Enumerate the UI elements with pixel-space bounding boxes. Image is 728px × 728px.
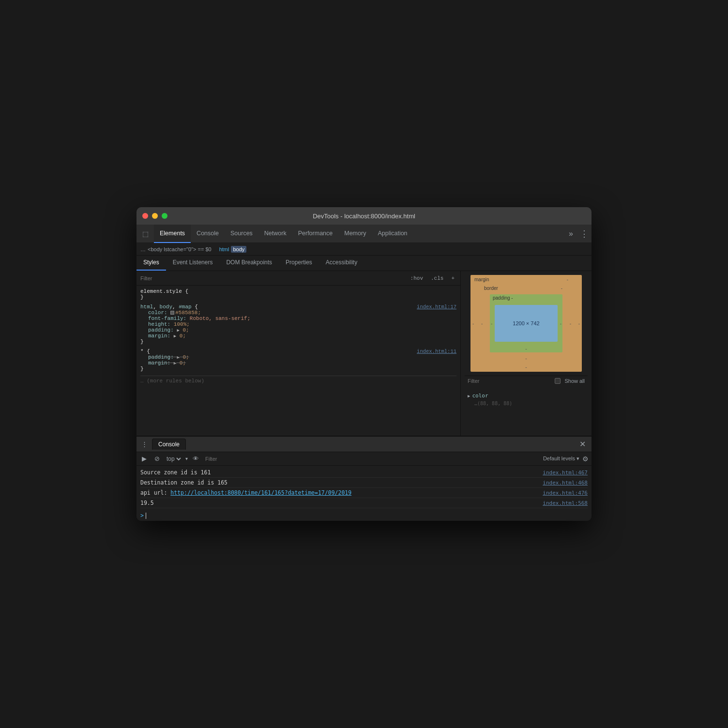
console-drawer-tab[interactable]: Console <box>152 439 186 450</box>
context-selector[interactable]: top <box>165 455 182 463</box>
padding-label: padding - <box>493 295 513 301</box>
console-cursor <box>146 513 146 519</box>
tab-network[interactable]: Network <box>258 225 292 243</box>
box-content-layer: 1200 × 742 <box>495 305 558 342</box>
subtab-properties[interactable]: Properties <box>279 255 319 271</box>
log-row: Source zone id is 161 index.html:467 <box>140 468 588 478</box>
console-gear-button[interactable]: ⚙ <box>582 455 589 463</box>
context-dropdown-arrow: ▾ <box>185 456 188 461</box>
content-area: :hov .cls + element.style { } index.html… <box>136 271 592 436</box>
console-toolbar: ▶ ⊘ top ▾ 👁 Default levels ▾ ⚙ <box>136 452 592 466</box>
breadcrumb: … <body lstcache="0"> == $0 html body <box>136 243 592 256</box>
computed-filter-input[interactable] <box>468 378 551 384</box>
padding-right-value: - <box>560 321 561 326</box>
tab-memory[interactable]: Memory <box>338 225 372 243</box>
rule-close-brace: } <box>140 339 144 345</box>
drawer-menu-icon[interactable]: ⋮ <box>138 439 150 450</box>
rule-star: index.html:11 * { padding: ▶ 0; margin: … <box>140 349 456 372</box>
cls-button[interactable]: .cls <box>429 274 445 282</box>
color-swatch[interactable] <box>170 311 174 315</box>
console-log-area: Source zone id is 161 index.html:467 Des… <box>136 466 592 510</box>
traffic-lights <box>142 213 167 219</box>
expand-arrow[interactable]: ▶ <box>177 328 179 333</box>
minimize-button[interactable] <box>152 213 158 219</box>
border-label: border <box>484 286 498 291</box>
tab-sources[interactable]: Sources <box>225 225 258 243</box>
subtab-dom-breakpoints[interactable]: DOM Breakpoints <box>219 255 279 271</box>
subtab-event-listeners[interactable]: Event Listeners <box>166 255 220 271</box>
subtab-accessibility[interactable]: Accessibility <box>319 255 364 271</box>
styles-panel: :hov .cls + element.style { } index.html… <box>136 271 461 436</box>
rule-close-brace: } <box>140 294 144 300</box>
levels-selector[interactable]: Default levels ▾ <box>543 455 579 462</box>
tab-application[interactable]: Application <box>372 225 413 243</box>
devtools-window: DevTools - localhost:8000/index.html ⬚ E… <box>136 207 592 521</box>
breadcrumb-selected[interactable]: body <box>231 246 246 253</box>
rule-html-body-map: index.html:17 html, body, #map { color: … <box>140 304 456 345</box>
add-style-button[interactable]: + <box>449 274 456 282</box>
log-message: api url: http://localhost:8080/time/161/… <box>140 489 537 496</box>
box-model-visual: margin - - - - border - - - - padding - <box>470 275 582 372</box>
border-right-value: - <box>570 321 571 326</box>
console-prompt: > <box>136 510 592 521</box>
console-drawer: ⋮ Console ✕ ▶ ⊘ top ▾ 👁 Default levels ▾… <box>136 436 592 521</box>
rule-source-link[interactable]: index.html:17 <box>417 304 456 310</box>
rule-selector: html, body, #map { <box>140 304 198 310</box>
show-all-label: Show all <box>564 378 585 384</box>
close-button[interactable] <box>142 213 148 219</box>
breadcrumb-body-tag: <body lstcache="0"> == $0 <box>148 246 212 252</box>
cursor-tool-button[interactable]: ⬚ <box>138 227 152 241</box>
margin-bottom-value: - <box>525 364 527 370</box>
styles-filter-buttons: :hov .cls + <box>409 274 456 282</box>
more-rules-hint: … (more rules below) <box>140 376 456 384</box>
log-row: Destination zone id is 165 index.html:46… <box>140 478 588 488</box>
box-model-panel: margin - - - - border - - - - padding - <box>461 271 592 436</box>
log-message: Source zone id is 161 <box>140 469 537 476</box>
subtab-styles[interactable]: Styles <box>136 255 166 271</box>
log-row: api url: http://localhost:8080/time/161/… <box>140 488 588 498</box>
api-url-link[interactable]: http://localhost:8080/time/161/165?datet… <box>170 489 351 496</box>
log-message: Destination zone id is 165 <box>140 479 537 486</box>
rule-selector: * { <box>140 349 150 354</box>
margin-label: margin <box>474 277 489 282</box>
console-drawer-close-button[interactable]: ✕ <box>576 440 590 449</box>
margin-left-value: - <box>472 321 474 326</box>
rule-body: padding: ▶ 0; margin: ▶ 0; <box>140 354 456 366</box>
tab-elements[interactable]: Elements <box>154 225 191 243</box>
maximize-button[interactable] <box>162 213 167 219</box>
run-script-button[interactable]: ▶ <box>139 454 149 464</box>
sub-tab-bar: Styles Event Listeners DOM Breakpoints P… <box>136 256 592 271</box>
show-all-checkbox[interactable] <box>555 378 561 384</box>
console-filter-input[interactable] <box>203 456 540 462</box>
devtools-menu-button[interactable]: ⋮ <box>577 228 592 239</box>
tab-performance[interactable]: Performance <box>292 225 339 243</box>
rule-selector: element.style { <box>140 288 188 294</box>
rule-body: color: #585858; font-family: Roboto, san… <box>140 310 456 339</box>
rule-element-style: element.style { } <box>140 288 456 300</box>
border-top-value: - <box>561 286 562 291</box>
log-row: 19.5 index.html:568 <box>140 498 588 508</box>
border-left-value: - <box>481 321 483 326</box>
breadcrumb-html-link[interactable]: html <box>219 246 229 252</box>
tab-console[interactable]: Console <box>191 225 225 243</box>
rule-close-brace: } <box>140 366 144 372</box>
computed-filter-bar: Show all <box>465 376 588 386</box>
log-source-link[interactable]: index.html:468 <box>543 480 588 486</box>
hov-button[interactable]: :hov <box>409 274 425 282</box>
breadcrumb-ellipsis: … <box>140 246 146 252</box>
log-source-link[interactable]: index.html:476 <box>543 490 588 496</box>
more-tabs-button[interactable]: » <box>565 229 577 238</box>
margin-right-value: - <box>578 321 580 326</box>
rule-source-link[interactable]: index.html:11 <box>417 349 456 354</box>
expand-triangle[interactable]: ▶ <box>468 394 470 398</box>
window-title: DevTools - localhost:8000/index.html <box>313 212 415 220</box>
log-source-link[interactable]: index.html:568 <box>543 500 588 506</box>
log-source-link[interactable]: index.html:467 <box>543 470 588 476</box>
styles-filter-input[interactable] <box>140 275 409 281</box>
expand-arrow[interactable]: ▶ <box>174 334 176 339</box>
eye-icon-button[interactable]: 👁 <box>191 454 200 464</box>
console-drawer-header: ⋮ Console ✕ <box>136 437 592 452</box>
computed-prop-color: ▶ color <box>468 392 585 400</box>
prompt-arrow: > <box>140 512 144 519</box>
clear-console-button[interactable]: ⊘ <box>152 454 162 464</box>
